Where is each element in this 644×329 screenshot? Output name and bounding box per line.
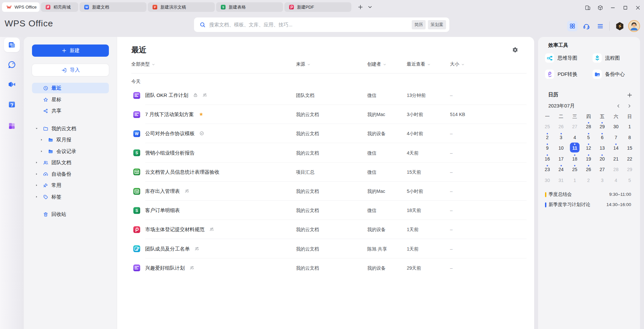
calendar-day[interactable]: 1 (568, 175, 582, 185)
filter-4[interactable]: 大小 (450, 61, 465, 67)
rail-item-apps[interactable] (4, 119, 20, 133)
tab-list-dropdown[interactable] (365, 2, 375, 12)
workspace-button[interactable] (594, 1, 606, 15)
calendar-day[interactable]: 28 (609, 164, 623, 174)
file-row[interactable]: 云文档管人员信息统计表理器验收项目汇总微信15天前– (117, 163, 534, 182)
file-row[interactable]: 兴趣爱好组队计划我的云文档我的设备29天前– (117, 258, 534, 278)
rail-item-calendar[interactable] (4, 97, 20, 112)
sidebar-item-bimonthly[interactable]: 双月报 (32, 135, 109, 145)
multi-device-button[interactable] (581, 1, 594, 15)
tab-ppt[interactable]: P新建演示文稿 (148, 2, 215, 12)
calendar-day[interactable]: 9 (540, 143, 554, 153)
calendar-day[interactable]: 17 (554, 154, 568, 164)
caret-right-icon[interactable] (35, 184, 38, 187)
calendar-day[interactable]: 23 (540, 164, 554, 174)
calendar-day[interactable]: 2 (582, 175, 596, 185)
file-row[interactable]: 市场主体登记提交材料规范我的云文档我的设备1天前– (117, 220, 534, 239)
calendar-day[interactable]: 22 (623, 154, 637, 164)
calendar-day[interactable]: 7 (609, 133, 623, 142)
calendar-day[interactable]: 30 (540, 175, 554, 185)
calendar-day[interactable]: 29 (595, 122, 609, 131)
calendar-day[interactable]: 15 (623, 143, 637, 153)
calendar-day[interactable]: 18 (568, 154, 582, 164)
calendar-day[interactable]: 28 (582, 122, 596, 131)
calendar-day[interactable]: 20 (595, 154, 609, 164)
apps-grid-button[interactable] (567, 21, 578, 31)
filter-2[interactable]: 创建者 (367, 61, 386, 67)
customer-service-button[interactable] (581, 21, 592, 31)
calendar-day[interactable]: 31 (554, 175, 568, 185)
tab-sheet[interactable]: S新建表格 (216, 2, 283, 12)
calendar-day[interactable]: 4 (568, 133, 582, 142)
new-tab-button[interactable] (355, 2, 365, 12)
calendar-add-event-button[interactable] (627, 92, 633, 98)
calendar-day[interactable]: 27 (595, 164, 609, 174)
calendar-next-month-button[interactable] (627, 103, 632, 108)
file-row[interactable]: S客户订单明细表我的云文档微信18天前– (117, 201, 534, 220)
calendar-day[interactable]: 25 (568, 164, 582, 174)
filter-3[interactable]: 最近查看 (407, 61, 431, 67)
caret-right-icon[interactable] (35, 161, 38, 164)
calendar-day[interactable]: 25 (540, 122, 554, 131)
sidebar-item-starred[interactable]: 星标 (32, 94, 109, 105)
caret-right-icon[interactable] (40, 150, 43, 153)
import-button[interactable]: 导入 (32, 64, 109, 76)
file-row[interactable]: 团队 OKR 工作计划团队文档微信13分钟前– (117, 86, 534, 105)
calendar-day[interactable]: 3 (595, 175, 609, 185)
search-bar[interactable]: 搜索文档、模板、文库、应用、技巧... 简历 策划案 (194, 17, 449, 32)
new-document-button[interactable]: 新建 (32, 45, 109, 57)
sidebar-item-recent[interactable]: 最近 (32, 83, 109, 93)
sidebar-item-shared[interactable]: 共享 (32, 105, 109, 116)
calendar-day[interactable]: 8 (623, 133, 637, 142)
search-tag-plan[interactable]: 策划案 (428, 20, 446, 29)
file-row[interactable]: 团队成员及分工名单我的云文档陈旭 共享1天前– (117, 239, 534, 258)
calendar-day[interactable]: 5 (623, 175, 637, 185)
sidebar-item-frequent[interactable]: 常用 (32, 180, 109, 191)
rail-item-meeting[interactable] (4, 77, 20, 92)
calendar-day[interactable]: 30 (609, 122, 623, 131)
caret-down-icon[interactable] (35, 127, 38, 130)
sidebar-item-team-docs[interactable]: 团队文档 (32, 157, 109, 168)
calendar-event[interactable]: 新季度学习计划讨论14:30–16:00 (545, 201, 633, 208)
sidebar-item-my-cloud[interactable]: 我的云文档 (32, 123, 109, 134)
sidebar-item-tags[interactable]: 标签 (32, 192, 109, 202)
calendar-day[interactable]: 26 (554, 122, 568, 131)
tool-pdf-convert[interactable]: PDF转换 (545, 70, 577, 79)
filter-1[interactable]: 来源 (296, 61, 310, 67)
calendar-day[interactable]: 12 (582, 143, 596, 153)
file-row[interactable]: 7 月线下活动策划方案我的云文档我的Mac3小时前514 KB (117, 105, 534, 124)
calendar-day[interactable]: 16 (540, 154, 554, 164)
calendar-day[interactable]: 26 (582, 164, 596, 174)
search-tag-resume[interactable]: 简历 (412, 20, 426, 29)
filter-0[interactable]: 全部类型 (131, 61, 155, 67)
caret-right-icon[interactable] (35, 195, 38, 198)
tab-docer[interactable]: 稻壳商城 (41, 2, 78, 12)
sidebar-item-backup[interactable]: 自动备份 (32, 169, 109, 179)
calendar-day[interactable]: 10 (554, 143, 568, 153)
avatar[interactable] (628, 20, 640, 32)
calendar-day[interactable]: 6 (595, 133, 609, 142)
calendar-day[interactable]: 1 (623, 122, 637, 131)
global-menu-button[interactable] (595, 21, 605, 31)
tool-backup-center[interactable]: 备份中心 (593, 70, 625, 79)
file-row[interactable]: 库存出入管理表我的云文档我的Mac5小时前– (117, 182, 534, 201)
caret-right-icon[interactable] (40, 138, 43, 141)
calendar-day[interactable]: 13 (595, 143, 609, 153)
sidebar-item-recycle[interactable]: 回收站 (32, 209, 109, 220)
calendar-day[interactable]: 24 (554, 164, 568, 174)
calendar-day[interactable]: 21 (609, 154, 623, 164)
calendar-day[interactable]: 4 (609, 175, 623, 185)
maximize-button[interactable] (619, 1, 631, 15)
tab-pdf[interactable]: 新建PDF (284, 2, 351, 12)
rail-item-docs[interactable] (4, 38, 20, 52)
file-row[interactable]: S营销小组业绩分析报告我的云文档微信4天前– (117, 143, 534, 163)
file-row[interactable]: W公司对外合作协议模板我的云文档我的设备4小时前– (117, 124, 534, 143)
calendar-day[interactable]: 19 (582, 154, 596, 164)
calendar-event[interactable]: 季度总结会9:30–11:00 (545, 191, 633, 198)
calendar-day[interactable]: 5 (582, 133, 596, 142)
tool-flowchart[interactable]: 流程图 (593, 53, 620, 63)
calendar-day[interactable]: 3 (554, 133, 568, 142)
calendar-day[interactable]: 29 (623, 164, 637, 174)
sidebar-item-meetings[interactable]: 会议记录 (32, 146, 109, 157)
calendar-day-selected[interactable]: 11 (568, 143, 582, 153)
